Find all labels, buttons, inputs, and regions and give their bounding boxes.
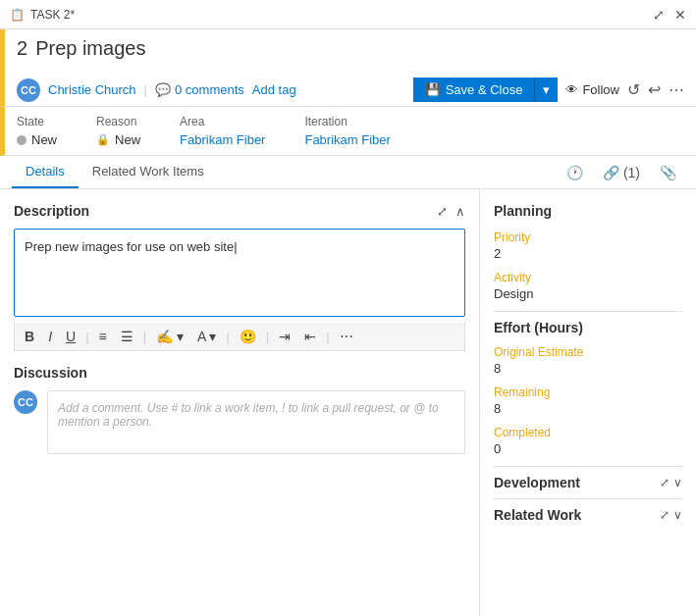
- avatar: CC: [17, 78, 40, 102]
- title-bar: 📋 TASK 2* ⤢ ✕: [0, 0, 696, 29]
- original-estimate-value: 8: [494, 361, 682, 376]
- user-name[interactable]: Christie Church: [48, 82, 136, 97]
- completed-label: Completed: [494, 426, 682, 439]
- lock-icon: 🔒: [96, 133, 110, 146]
- iteration-value: Fabrikam Fiber: [304, 132, 390, 147]
- workitem-id: 2: [17, 37, 27, 60]
- add-tag-button[interactable]: Add tag: [252, 82, 296, 97]
- tab-icons: 🕐 🔗 (1) 📎: [559, 161, 684, 184]
- title-bar-left: 📋 TASK 2*: [10, 8, 75, 22]
- description-toolbar: B I U | ≡ ☰ | ✍ ▾ A ▾ | 🙂 | ⇥ ⇤ | ⋯: [14, 323, 465, 351]
- tab-related[interactable]: Related Work Items: [79, 156, 218, 188]
- area-value: Fabrikam Fiber: [180, 132, 265, 147]
- related-work-row[interactable]: Related Work ⤢ ∨: [494, 507, 682, 523]
- priority-value: 2: [494, 246, 682, 261]
- area-field: Area Fabrikam Fiber: [180, 115, 265, 147]
- title-bar-label: TASK 2*: [30, 8, 75, 22]
- close-button[interactable]: ✕: [674, 7, 686, 23]
- related-work-divider: [494, 498, 682, 499]
- list-button[interactable]: ☰: [117, 327, 137, 346]
- iteration-field: Iteration Fabrikam Fiber: [304, 115, 390, 147]
- follow-button[interactable]: 👁 Follow: [565, 82, 619, 97]
- save-close-group: 💾 Save & Close ▾: [413, 77, 559, 102]
- more-format-button[interactable]: ⋯: [336, 327, 357, 346]
- development-title: Development: [494, 475, 580, 490]
- title-bar-right: ⤢ ✕: [653, 7, 686, 23]
- title-row: 2 Prep images: [17, 37, 684, 60]
- effort-divider: [494, 311, 682, 312]
- workitem-header: 2 Prep images: [0, 29, 696, 74]
- main-content: Description ⤢ ∧ Prep new images for use …: [0, 189, 696, 616]
- state-value: New: [31, 132, 57, 147]
- tabs: Details Related Work Items 🕐 🔗 (1) 📎: [0, 156, 696, 189]
- development-expand-icon[interactable]: ⤢: [660, 476, 669, 489]
- save-icon: 💾: [425, 82, 441, 97]
- activity-label: Activity: [494, 271, 682, 284]
- planning-title: Planning: [494, 203, 682, 219]
- completed-value: 0: [494, 441, 682, 456]
- related-work-expand-icon[interactable]: ⤢: [660, 508, 669, 522]
- comments-button[interactable]: 💬 0 comments: [155, 82, 244, 97]
- fields-row: State New Reason 🔒 New Area Fabrikam Fib…: [0, 107, 696, 156]
- history-icon-tab[interactable]: 🕐: [559, 161, 591, 184]
- activity-value: Design: [494, 286, 682, 301]
- tab-details[interactable]: Details: [12, 156, 79, 188]
- underline-button[interactable]: U: [62, 327, 80, 346]
- highlight-button[interactable]: ✍ ▾: [152, 327, 187, 346]
- iteration-label: Iteration: [304, 115, 390, 128]
- remaining-label: Remaining: [494, 385, 682, 399]
- discussion-row: CC Add a comment. Use # to link a work i…: [14, 390, 465, 454]
- emoji-button[interactable]: 🙂: [236, 327, 260, 346]
- development-chevron-icon: ∨: [673, 476, 682, 489]
- save-close-dropdown[interactable]: ▾: [534, 77, 558, 102]
- collapse-button[interactable]: ⤢: [653, 7, 665, 23]
- remaining-value: 8: [494, 401, 682, 416]
- discussion-section-title: Discussion: [14, 365, 465, 381]
- links-icon-tab[interactable]: 🔗 (1): [595, 161, 648, 184]
- development-divider: [494, 466, 682, 467]
- italic-button[interactable]: I: [44, 327, 56, 346]
- related-work-chevron-icon: ∨: [673, 508, 682, 522]
- bold-button[interactable]: B: [21, 327, 38, 346]
- original-estimate-label: Original Estimate: [494, 345, 682, 359]
- development-row[interactable]: Development ⤢ ∨: [494, 475, 682, 490]
- task-icon: 📋: [10, 8, 25, 22]
- toolbar: CC Christie Church | 💬 0 comments Add ta…: [0, 74, 696, 107]
- effort-title: Effort (Hours): [494, 320, 682, 335]
- reason-value: New: [115, 132, 140, 147]
- description-collapse-icon[interactable]: ∧: [455, 204, 465, 219]
- undo-button[interactable]: ↩: [648, 80, 661, 99]
- indent-button[interactable]: ⇥: [275, 327, 294, 346]
- attach-icon-tab[interactable]: 📎: [652, 161, 684, 184]
- comment-input[interactable]: Add a comment. Use # to link a work item…: [47, 390, 465, 454]
- description-editor[interactable]: Prep new images for use on web site|: [14, 229, 465, 317]
- refresh-button[interactable]: ↺: [627, 80, 640, 99]
- save-close-button[interactable]: 💾 Save & Close: [413, 77, 535, 102]
- follow-icon: 👁: [565, 82, 578, 97]
- left-panel: Description ⤢ ∧ Prep new images for use …: [0, 189, 480, 616]
- area-label: Area: [180, 115, 265, 128]
- reason-label: Reason: [96, 115, 140, 128]
- reason-field: Reason 🔒 New: [96, 115, 140, 147]
- comments-icon: 💬: [155, 82, 171, 97]
- align-button[interactable]: ≡: [95, 327, 111, 346]
- state-field: State New: [17, 115, 57, 147]
- state-dot: [17, 135, 27, 145]
- outdent-button[interactable]: ⇤: [300, 327, 320, 346]
- priority-label: Priority: [494, 231, 682, 244]
- related-work-title: Related Work: [494, 507, 581, 523]
- font-color-button[interactable]: A ▾: [193, 327, 220, 346]
- description-expand-icon[interactable]: ⤢: [437, 204, 448, 219]
- state-label: State: [17, 115, 57, 128]
- workitem-title: Prep images: [35, 37, 145, 60]
- description-section-title: Description ⤢ ∧: [14, 203, 465, 219]
- more-button[interactable]: ⋯: [669, 80, 684, 99]
- right-panel: Planning Priority 2 Activity Design Effo…: [480, 189, 696, 616]
- discussion-avatar: CC: [14, 390, 37, 414]
